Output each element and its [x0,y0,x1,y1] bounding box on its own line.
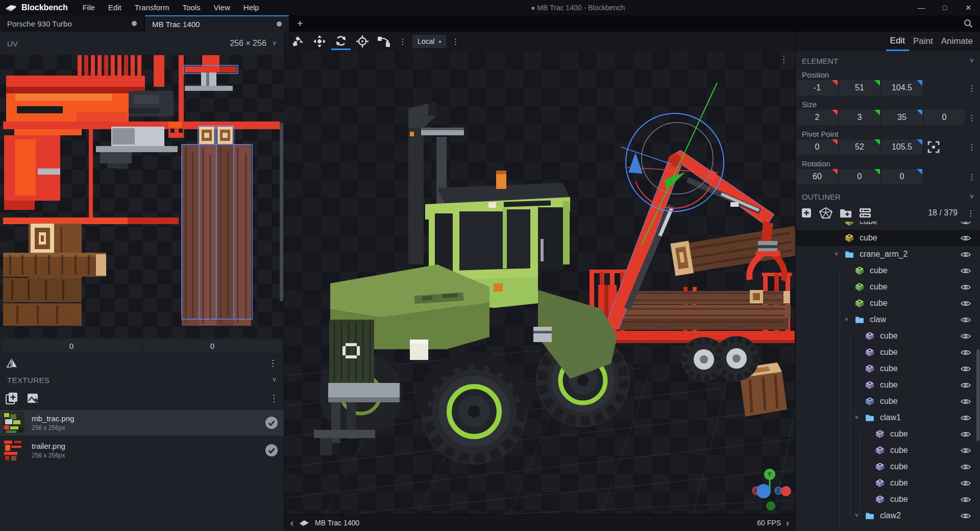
position-z-input[interactable]: 104.5 [881,80,922,95]
outliner-item-cube-selected[interactable]: cube [796,230,980,246]
rotation-y-input[interactable]: 0 [839,169,880,184]
visibility-eye-icon[interactable] [961,415,971,421]
size-z-input[interactable]: 35 [881,110,922,125]
textures-header[interactable]: TEXTURES ˅ [0,371,284,389]
element-header[interactable]: ELEMENT ˅ [796,53,980,68]
position-y-input[interactable]: 51 [839,80,880,95]
visibility-eye-icon[interactable] [961,300,971,307]
visibility-eye-icon[interactable] [961,251,971,258]
outliner-item-cube[interactable]: cube [796,377,980,393]
tab-paint[interactable]: Paint [909,32,937,51]
expand-chevron-icon[interactable]: ˅ [835,251,838,258]
minimize-button[interactable]: — [910,0,933,15]
visibility-eye-icon[interactable] [961,235,971,242]
mirror-uv-icon[interactable] [6,358,17,368]
menu-help[interactable]: Help [237,0,266,15]
unsaved-dot-icon[interactable] [277,21,282,27]
uv-slider-x[interactable]: 0 [2,340,141,353]
next-camera-icon[interactable]: › [786,518,789,528]
texture-item-mb-trac[interactable]: mb_trac.png 256 x 256px [0,410,284,436]
size-inflate-input[interactable]: 0 [924,110,965,125]
toggle-view-icon[interactable] [859,207,871,219]
visibility-eye-icon[interactable] [961,447,971,454]
outliner-item-cube[interactable]: cube [796,458,980,475]
menu-edit[interactable]: Edit [102,0,128,15]
menu-tools[interactable]: Tools [176,0,207,15]
more-options-icon[interactable]: ⋮ [965,208,975,218]
prev-camera-icon[interactable]: ‹ [290,518,293,528]
pivot-x-input[interactable]: 0 [797,139,838,155]
more-options-icon[interactable]: ⋮ [270,393,279,404]
pivot-tool[interactable] [353,33,372,50]
uv-slider-y[interactable]: 0 [143,340,282,353]
rotation-x-input[interactable]: 60 [797,169,838,184]
rotate-tool[interactable] [331,33,351,50]
tab-mb-trac-1400[interactable]: MB Trac 1400 [145,15,289,32]
chevron-down-icon[interactable]: ˅ [970,192,974,201]
position-x-input[interactable]: -1 [797,80,838,95]
add-mesh-icon[interactable] [819,207,832,219]
visibility-eye-icon[interactable] [961,513,971,519]
expand-chevron-icon[interactable]: ˅ [855,414,859,421]
rotation-z-input[interactable]: 0 [881,169,922,184]
visibility-eye-icon[interactable] [961,333,971,340]
menu-file[interactable]: File [76,0,102,15]
menu-view[interactable]: View [207,0,237,15]
visibility-eye-icon[interactable] [961,431,971,438]
close-button[interactable]: ✕ [957,0,980,15]
import-texture-icon[interactable] [5,392,18,405]
texture-enabled-check-icon[interactable] [264,443,279,457]
uv-scrollbar[interactable] [280,123,283,301]
pivot-z-input[interactable]: 105.5 [881,139,922,155]
more-options-icon[interactable]: ⋮ [968,142,979,152]
outliner-item-cube[interactable]: cube [796,360,980,377]
chevron-down-icon[interactable]: ˅ [970,57,974,65]
outliner-item-cube[interactable]: cube [796,442,980,458]
visibility-eye-icon[interactable] [961,464,971,470]
outliner-item-cube[interactable]: cube [796,279,980,295]
transform-space-select[interactable]: Local ▾ [412,35,447,48]
visibility-eye-icon[interactable] [961,349,971,356]
more-options-icon[interactable]: ⋮ [268,358,278,369]
chevron-down-icon[interactable]: ˅ [273,39,277,47]
center-pivot-icon[interactable] [927,140,940,154]
texture-item-trailer[interactable]: trailer.png 256 x 256px [0,438,284,463]
menu-transform[interactable]: Transform [128,0,176,15]
outliner-item-cube[interactable]: cube [796,426,980,442]
visibility-eye-icon[interactable] [961,480,971,487]
visibility-eye-icon[interactable] [961,268,971,274]
visibility-eye-icon[interactable] [961,366,971,372]
tab-animate[interactable]: Animate [937,32,977,51]
outliner-group-claw2[interactable]: ˅ claw2 [796,508,980,524]
toolbar-more-icon[interactable]: ⋮ [396,37,410,46]
outliner-group-crane-arm-2[interactable]: ˅ crane_arm_2 [796,246,980,262]
outliner-item-cube[interactable]: cube [796,475,980,491]
outliner-group-claw1[interactable]: ˅ claw1 [796,409,980,426]
unsaved-dot-icon[interactable] [132,21,137,26]
visibility-eye-icon[interactable] [961,284,971,291]
search-icon[interactable] [963,18,974,29]
pivot-y-input[interactable]: 52 [839,139,880,155]
maximize-button[interactable]: □ [933,0,957,15]
texture-enabled-check-icon[interactable] [264,416,279,430]
visibility-eye-icon[interactable] [961,398,971,405]
expand-chevron-icon[interactable]: ˅ [855,512,859,519]
visibility-eye-icon[interactable] [961,496,971,503]
outliner-item-cube[interactable]: cube [796,222,980,230]
visibility-eye-icon[interactable] [961,222,971,225]
more-options-icon[interactable]: ⋮ [968,83,979,93]
outliner-scrollbar[interactable] [976,349,979,441]
expand-chevron-icon[interactable]: ˅ [845,316,848,323]
outliner-item-cube[interactable]: cube [796,491,980,508]
viewport-options-icon[interactable]: ⋮ [779,54,788,65]
uv-editor-canvas[interactable] [0,55,284,337]
outliner-item-cube[interactable]: cube [796,393,980,409]
viewport-3d-canvas[interactable]: X Y Z ⋮ [284,51,795,514]
vertex-snap-tool[interactable] [374,33,394,50]
add-cube-icon[interactable] [801,207,812,219]
uv-resolution[interactable]: 256 × 256 [230,39,266,48]
chevron-down-icon[interactable]: ˅ [272,376,277,384]
outliner-item-cube[interactable]: cube [796,344,980,360]
outliner-header[interactable]: OUTLINER ˅ [796,189,980,204]
toolbar-more-icon[interactable]: ⋮ [449,37,463,46]
